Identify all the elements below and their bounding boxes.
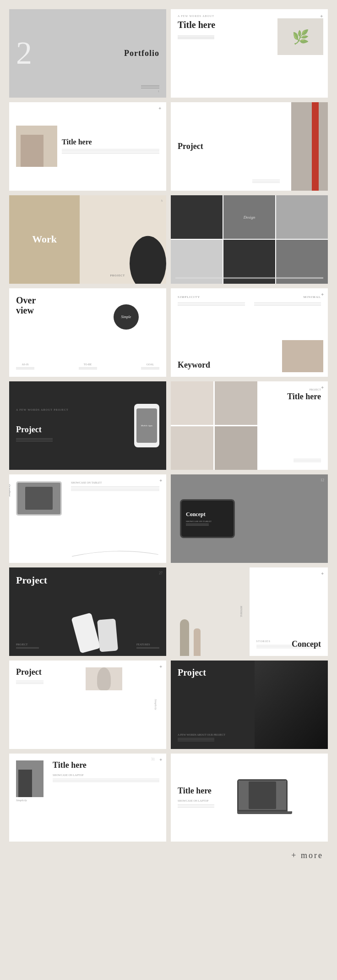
slide-main-title: Title here	[62, 138, 159, 146]
slide-keyword: ✦ SIMPLICITY MINIMAL Keyword	[171, 288, 328, 377]
simple-circle: Simple	[114, 304, 139, 330]
project-title: Project	[16, 574, 47, 586]
slide-title-laptop: Title here SHOWCASE ON LAPTOP	[171, 754, 328, 842]
text-lines-area	[178, 303, 321, 307]
slide-text-lines	[62, 149, 159, 154]
bottom-text: A FEW WORDS ABOUT OUR PROJECT	[178, 733, 225, 742]
minimal-label: MINIMAL	[304, 295, 321, 299]
bottles-right: STORIES Concept	[250, 567, 328, 656]
bottom-labels: AS-IS TO-BE GOAL	[16, 363, 159, 370]
design-label: Design	[244, 215, 255, 220]
mobile-phone: Mobile Apps	[134, 404, 159, 447]
goal-lines	[141, 367, 159, 369]
img-cell-2	[215, 381, 257, 425]
simplicity-vertical: Simplicity	[154, 667, 157, 742]
tablet-left-area: Simplicity	[16, 481, 66, 556]
dark-image-area	[255, 661, 328, 749]
slide-number: 5	[161, 199, 163, 203]
tablet-screen	[17, 483, 60, 514]
tab-text-lines	[186, 523, 212, 526]
star-icon: ✦	[159, 478, 163, 483]
sub-label: SHOWCASE ON LAPTOP	[178, 799, 233, 802]
project-left-text: Project	[16, 667, 43, 742]
photo-area	[16, 126, 57, 167]
slide-project-balloon: ✦ Project Simplicity	[9, 661, 166, 749]
concept-title: Concept	[292, 639, 321, 649]
text-lines	[294, 459, 321, 463]
laptop-device	[237, 779, 292, 816]
as-is-lines	[16, 367, 34, 369]
bottom-labels: PROJECT FEATURES	[16, 643, 159, 649]
more-section[interactable]: + more	[9, 842, 328, 865]
img-cell-3	[171, 426, 213, 470]
bottles-left: Minimal	[171, 567, 250, 656]
slide-title-photo: ✦ Title here	[9, 102, 166, 191]
work-title: Work	[32, 233, 57, 245]
phone-screen-text: Mobile Apps	[141, 424, 152, 427]
tablet-screen-content	[25, 487, 53, 510]
goal-label: GOAL	[141, 363, 159, 366]
project-label: Project	[16, 667, 43, 677]
red-strip	[312, 102, 319, 191]
to-be-label: TO-BE	[79, 363, 97, 366]
slide-title-person: ✦ 31 Simplicity Title here SHOWCASE ON L…	[9, 754, 166, 842]
slide-title-plant: ✦ A FEW WORDS ABOUT Title here 🌿	[171, 9, 328, 98]
photo-cell-1	[171, 195, 223, 239]
person-left-area: Simplicity	[16, 760, 48, 835]
star-icon: ✦	[321, 292, 324, 297]
center-images: Simplicity	[48, 667, 159, 742]
slide-project-red: ✦ Project	[171, 102, 328, 191]
image-area	[282, 102, 328, 191]
label-as-is: AS-IS	[16, 363, 34, 370]
image-grid	[171, 381, 257, 470]
portfolio-title: Portfolio	[124, 49, 159, 58]
curve-decoration	[72, 547, 158, 558]
work-sub-label: PROJECT	[110, 274, 125, 277]
label-features: FEATURES	[136, 643, 159, 649]
laptop-area	[237, 779, 321, 816]
concept-vertical-label: Minimal	[240, 606, 243, 617]
laptop-screen-content	[239, 781, 286, 810]
slide-text-lines	[252, 180, 280, 184]
text-lines	[53, 779, 159, 782]
concept-title: Concept	[186, 511, 212, 518]
as-is-label: AS-IS	[16, 363, 34, 366]
project-label: PROJECT	[16, 643, 39, 646]
label-to-be: TO-BE	[79, 363, 97, 370]
project-lines	[16, 647, 39, 649]
text-lines	[178, 804, 233, 808]
slide-project-phones: 27 Project PROJECT FEATURES	[9, 567, 166, 656]
photo-cell-3	[276, 195, 328, 239]
person-on-screen	[249, 782, 276, 809]
dark-silhouette	[255, 661, 328, 749]
bottle-2	[194, 628, 201, 656]
to-be-lines	[79, 367, 97, 369]
text-lines	[16, 681, 43, 684]
slide-main-title: Title here	[53, 760, 159, 771]
keyword-image	[282, 340, 323, 372]
person-image	[16, 760, 43, 797]
slide-main-title: Title here	[287, 392, 321, 402]
slide-tablet-showcase: ✦ Simplicity SHOWCASE ON TABLET	[9, 474, 166, 563]
design-text-area	[175, 277, 323, 279]
tablet-content: Concept SHOWCASE ON TABLET	[186, 511, 212, 526]
model-silhouette	[130, 233, 166, 284]
more-button[interactable]: + more	[291, 851, 323, 860]
slide-project-mobile: A FEW WORDS ABOUT PROJECT Project Mobile…	[9, 381, 166, 470]
brand-label: Simplicity	[16, 799, 48, 802]
img-cell-1	[171, 381, 213, 425]
slide-title-images: ✦ PROJECT Title here	[171, 381, 328, 470]
plant-icon: 🌿	[292, 29, 309, 45]
content-area: Title here	[62, 138, 159, 154]
slide-project-dark: 30 Project A FEW WORDS ABOUT OUR PROJECT	[171, 661, 328, 749]
simplicity-label: SIMPLICITY	[178, 295, 200, 299]
star-icon: ✦	[321, 385, 324, 390]
portfolio-sub: 1	[141, 85, 159, 93]
keyword-title: Keyword	[178, 360, 210, 370]
simplicity-label: Simplicity	[9, 484, 11, 497]
slide-number: 27	[159, 571, 163, 575]
img-cell-4	[215, 426, 257, 470]
project-top-label: A FEW WORDS ABOUT PROJECT	[16, 408, 134, 411]
gray-background	[291, 102, 328, 191]
balloon-shape	[97, 667, 111, 690]
